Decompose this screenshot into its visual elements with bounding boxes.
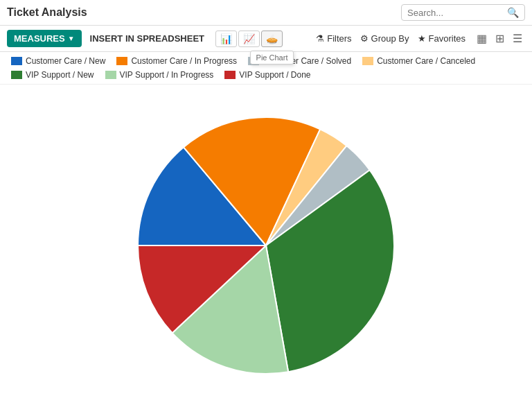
star-icon: ★ — [418, 33, 426, 44]
legend-color — [224, 71, 236, 79]
favorites-label: Favorites — [429, 33, 466, 44]
measures-button[interactable]: MEASURES ▼ — [7, 30, 82, 47]
search-icon[interactable]: 🔍 — [507, 7, 519, 18]
legend-label: Customer Care / New — [26, 56, 105, 66]
table-view-button[interactable]: ⊞ — [493, 31, 507, 46]
legend-item: VIP Support / Done — [224, 70, 310, 80]
toolbar-right: ⚗ Filters ⚙ Group By ★ Favorites ▦ ⊞ ☰ — [316, 31, 525, 46]
chart-type-icons: 📊 📈 🥧 Pie Chart — [215, 31, 283, 47]
filter-icon: ⚗ — [316, 33, 324, 44]
list-view-button[interactable]: ☰ — [510, 31, 525, 46]
measures-arrow-icon: ▼ — [68, 35, 75, 42]
favorites-button[interactable]: ★ Favorites — [418, 33, 466, 44]
insert-spreadsheet-button[interactable]: INSERT IN SPREADSHEET — [86, 31, 209, 46]
legend-label: Customer Care / Canceled — [377, 56, 475, 66]
chart-area — [0, 85, 532, 406]
search-container: 🔍 — [401, 4, 525, 21]
filters-button[interactable]: ⚗ Filters — [316, 33, 351, 44]
toolbar: MEASURES ▼ INSERT IN SPREADSHEET 📊 📈 🥧 P… — [0, 26, 532, 52]
measures-label: MEASURES — [14, 33, 65, 44]
legend-color — [11, 71, 22, 79]
pie-chart-svg — [121, 107, 411, 384]
legend-item: VIP Support / New — [11, 70, 94, 80]
filters-label: Filters — [327, 33, 351, 44]
line-chart-icon[interactable]: 📈 — [238, 31, 260, 47]
header: Ticket Analysis 🔍 — [0, 0, 532, 26]
legend-color — [116, 57, 127, 65]
legend-label: Customer Care / In Progress — [131, 56, 237, 66]
legend-label: VIP Support / In Progress — [120, 70, 214, 80]
pie-chart-tooltip: Pie Chart — [250, 51, 294, 64]
page-title: Ticket Analysis — [7, 6, 87, 19]
legend-color — [11, 57, 22, 65]
group-by-button[interactable]: ⚙ Group By — [360, 33, 409, 44]
legend-item: VIP Support / In Progress — [105, 70, 214, 80]
legend-item: Customer Care / In Progress — [116, 56, 237, 66]
legend-item: Customer Care / New — [11, 56, 105, 66]
legend-label: VIP Support / Done — [239, 70, 310, 80]
pie-chart-icon[interactable]: 🥧 Pie Chart — [261, 31, 283, 47]
legend-label: VIP Support / New — [26, 70, 94, 80]
group-by-label: Group By — [371, 33, 409, 44]
legend-color — [362, 57, 373, 65]
group-by-icon: ⚙ — [360, 33, 369, 44]
bar-chart-icon[interactable]: 📊 — [215, 31, 237, 47]
view-type-icons: ▦ ⊞ ☰ — [474, 31, 525, 46]
search-input[interactable] — [407, 8, 504, 18]
main-content: Customer Care / NewCustomer Care / In Pr… — [0, 52, 532, 406]
legend-color — [105, 71, 116, 79]
area-chart-view-button[interactable]: ▦ — [474, 31, 490, 46]
legend-item: Customer Care / Canceled — [362, 56, 475, 66]
